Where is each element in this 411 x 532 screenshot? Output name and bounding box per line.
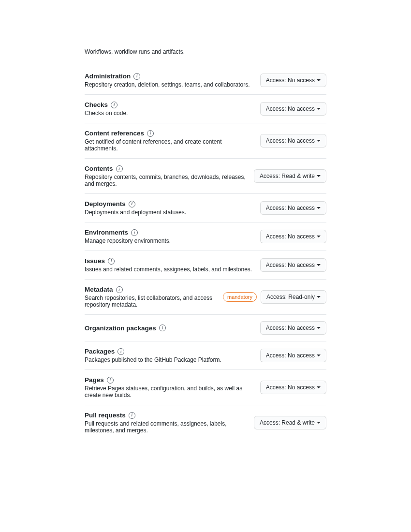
caret-down-icon — [317, 386, 321, 388]
permission-info: ChecksiChecks on code. — [85, 101, 256, 117]
permission-info: PagesiRetrieve Pages statuses, configura… — [85, 376, 256, 399]
caret-down-icon — [317, 140, 321, 142]
permission-row: ContentsiRepository contents, commits, b… — [85, 158, 326, 193]
permission-controls: Access: No access — [260, 102, 326, 116]
permission-title: Environments — [85, 229, 128, 236]
access-select-button[interactable]: Access: No access — [260, 201, 326, 215]
permission-title: Pages — [85, 376, 104, 384]
permission-title: Deployments — [85, 200, 126, 207]
access-select-button[interactable]: Access: Read & write — [254, 416, 326, 429]
permission-info: Organization packagesi — [85, 325, 256, 332]
permission-info: Pull requestsiPull requests and related … — [85, 412, 250, 434]
caret-down-icon — [317, 175, 321, 177]
permission-title-row: Deploymentsi — [85, 200, 256, 207]
caret-down-icon — [317, 327, 321, 329]
permission-controls: Access: No access — [260, 134, 326, 148]
permission-description: Packages published to the GitHub Package… — [85, 356, 256, 363]
permission-title: Administration — [85, 73, 131, 80]
permission-title-row: Organization packagesi — [85, 325, 256, 332]
permission-controls: mandatoryAccess: Read-only — [223, 290, 326, 304]
access-select-button[interactable]: Access: No access — [260, 74, 326, 87]
caret-down-icon — [317, 264, 321, 266]
access-select-label: Access: No access — [266, 261, 315, 269]
permission-controls: Access: Read & write — [254, 169, 326, 183]
access-select-label: Access: No access — [266, 76, 315, 85]
access-select-button[interactable]: Access: No access — [260, 230, 326, 243]
permission-row: AdministrationiRepository creation, dele… — [85, 66, 326, 94]
permission-info: DeploymentsiDeployments and deployment s… — [85, 200, 256, 216]
access-select-button[interactable]: Access: No access — [260, 134, 326, 148]
permission-title-row: Administrationi — [85, 73, 256, 80]
permission-description: Search repositories, list collaborators,… — [85, 295, 219, 308]
access-select-button[interactable]: Access: Read-only — [261, 290, 326, 304]
permission-title-row: Packagesi — [85, 348, 256, 355]
permission-info: MetadataiSearch repositories, list colla… — [85, 286, 219, 308]
permission-info: AdministrationiRepository creation, dele… — [85, 73, 256, 88]
access-select-label: Access: No access — [266, 204, 315, 212]
permission-controls: Access: No access — [260, 230, 326, 243]
access-select-button[interactable]: Access: No access — [260, 381, 326, 394]
info-icon[interactable]: i — [147, 130, 154, 137]
info-icon[interactable]: i — [116, 286, 123, 293]
permission-row: Content referencesiGet notified of conte… — [85, 123, 326, 158]
permission-title: Packages — [85, 348, 115, 355]
permission-title: Organization packages — [85, 325, 156, 332]
permission-row: MetadataiSearch repositories, list colla… — [85, 279, 326, 314]
caret-down-icon — [317, 207, 321, 209]
info-icon[interactable]: i — [111, 102, 117, 108]
access-select-button[interactable]: Access: No access — [260, 258, 326, 272]
permission-title-row: Content referencesi — [85, 130, 256, 137]
info-icon[interactable]: i — [131, 229, 138, 236]
info-icon[interactable]: i — [117, 348, 124, 355]
permission-description: Deployments and deployment statuses. — [85, 209, 256, 216]
access-select-button[interactable]: Access: No access — [260, 349, 326, 362]
access-select-label: Access: No access — [266, 232, 315, 241]
access-select-label: Access: No access — [266, 136, 315, 145]
permission-info: Content referencesiGet notified of conte… — [85, 130, 256, 152]
access-select-button[interactable]: Access: Read & write — [254, 169, 326, 183]
caret-down-icon — [317, 355, 321, 356]
intro-text: Workflows, workflow runs and artifacts. — [85, 48, 326, 55]
permission-title: Issues — [85, 257, 105, 265]
permission-controls: Access: Read & write — [254, 416, 326, 429]
caret-down-icon — [317, 79, 321, 81]
permission-description: Manage repository environments. — [85, 237, 256, 244]
info-icon[interactable]: i — [133, 73, 140, 80]
permission-description: Checks on code. — [85, 110, 256, 117]
info-icon[interactable]: i — [116, 165, 123, 172]
permission-title: Content references — [85, 130, 144, 137]
permission-controls: Access: No access — [260, 381, 326, 394]
mandatory-badge: mandatory — [223, 292, 257, 302]
info-icon[interactable]: i — [129, 201, 135, 207]
permission-description: Issues and related comments, assignees, … — [85, 266, 256, 273]
access-select-label: Access: No access — [266, 324, 315, 332]
permission-row: EnvironmentsiManage repository environme… — [85, 222, 326, 251]
access-select-label: Access: Read & write — [260, 172, 315, 180]
permission-description: Get notified of content references, and … — [85, 138, 256, 152]
access-select-button[interactable]: Access: No access — [260, 102, 326, 116]
permission-title: Contents — [85, 165, 113, 172]
permission-title: Metadata — [85, 286, 113, 293]
permission-title-row: Checksi — [85, 101, 256, 108]
permission-controls: Access: No access — [260, 321, 326, 335]
permission-info: PackagesiPackages published to the GitHu… — [85, 348, 256, 363]
info-icon[interactable]: i — [108, 258, 115, 265]
permissions-list: AdministrationiRepository creation, dele… — [85, 66, 326, 440]
permission-row: IssuesiIssues and related comments, assi… — [85, 251, 326, 279]
access-select-label: Access: No access — [266, 351, 315, 360]
info-icon[interactable]: i — [129, 412, 135, 419]
access-select-button[interactable]: Access: No access — [260, 321, 326, 335]
access-select-label: Access: Read-only — [266, 293, 315, 301]
access-select-label: Access: No access — [266, 383, 315, 392]
permission-info: EnvironmentsiManage repository environme… — [85, 229, 256, 244]
permission-row: DeploymentsiDeployments and deployment s… — [85, 193, 326, 222]
permission-title-row: Contentsi — [85, 165, 250, 172]
caret-down-icon — [317, 108, 321, 110]
permission-title-row: Pagesi — [85, 376, 256, 384]
info-icon[interactable]: i — [159, 325, 166, 331]
info-icon[interactable]: i — [107, 377, 114, 384]
permission-description: Retrieve Pages statuses, configuration, … — [85, 385, 256, 399]
permission-title: Checks — [85, 101, 108, 108]
permission-row: ChecksiChecks on code.Access: No access — [85, 94, 326, 123]
permission-description: Repository contents, commits, branches, … — [85, 174, 250, 187]
